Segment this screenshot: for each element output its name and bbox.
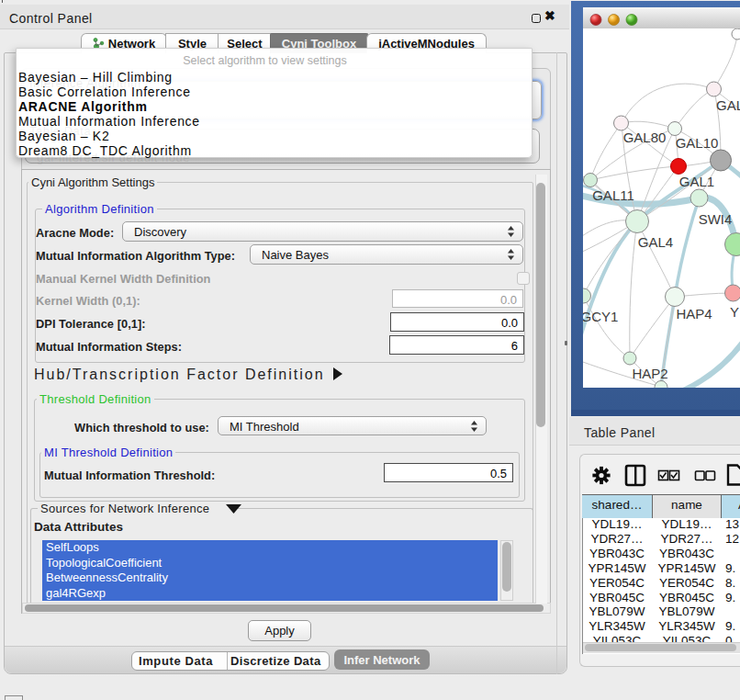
svg-text:GAL11: GAL11 — [592, 187, 634, 203]
svg-text:GAL10: GAL10 — [676, 135, 719, 151]
svg-text:HAP2: HAP2 — [632, 366, 667, 381]
svg-text:GAL4: GAL4 — [638, 234, 673, 250]
svg-text:GAL7: GAL7 — [716, 97, 740, 113]
svg-text:GAL1: GAL1 — [679, 174, 714, 189]
svg-text:HAP4: HAP4 — [676, 306, 712, 322]
svg-text:Y: Y — [730, 304, 739, 320]
svg-text:SWI4: SWI4 — [699, 211, 733, 227]
svg-text:GAL80: GAL80 — [623, 130, 667, 145]
svg-text:GCY1: GCY1 — [583, 309, 618, 324]
